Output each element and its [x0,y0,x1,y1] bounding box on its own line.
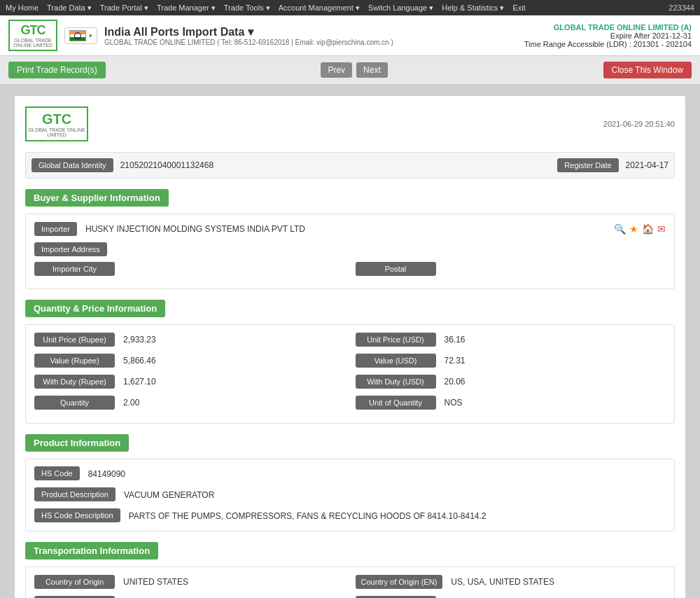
country-of-origin-value: UNITED STATES [120,574,191,590]
postal-value [442,266,447,272]
card-logo-text: GTC [42,111,71,127]
value-usd-pair: Value (USD) 72.31 [356,353,666,368]
nav-items: My Home Trade Data ▾ Trade Portal ▾ Trad… [6,4,526,13]
nav-account-management[interactable]: Account Management ▾ [279,4,360,13]
close-window-button[interactable]: Close This Window [603,62,692,78]
quantity-price-section: Quantity & Price Information Unit Price … [25,300,675,424]
indian-port-pair: Indian Port Name CHENNAI AIR CARGO ACC (… [34,595,345,598]
city-postal-row: Importer City Postal [34,262,666,276]
country-of-origin-pair: Country of Origin UNITED STATES [34,574,345,590]
toolbar-left: Print Trade Record(s) [8,62,106,78]
quantity-pair: Quantity 2.00 [34,395,345,410]
star-icon[interactable]: ★ [629,223,638,235]
importer-address-label: Importer Address [34,242,107,256]
port-be-row: Indian Port Name CHENNAI AIR CARGO ACC (… [34,595,666,598]
value-rupee-value: 5,866.46 [120,353,159,368]
hs-code-label: HS Code [34,466,80,480]
nav-trade-manager[interactable]: Trade Manager ▾ [157,4,216,13]
unit-price-rupee-pair: Unit Price (Rupee) 2,933.23 [34,332,345,347]
nav-trade-portal[interactable]: Trade Portal ▾ [100,4,148,13]
postal-pair: Postal [356,262,666,276]
unit-price-rupee-value: 2,933.23 [120,332,159,347]
nav-trade-data[interactable]: Trade Data ▾ [47,4,92,13]
register-date-value: 2021-04-17 [626,160,668,170]
importer-icons: 🔍 ★ 🏠 ✉ [614,223,666,235]
unit-price-rupee-label: Unit Price (Rupee) [34,333,115,347]
with-duty-rupee-value: 1,627.10 [120,374,159,389]
page-title-section: India All Ports Import Data ▾ GLOBAL TRA… [104,25,393,46]
with-duty-rupee-label: With Duty (Rupee) [34,375,115,389]
page-header: GTC GLOBAL TRADE ONLINE LIMITED ▾ India … [0,15,700,56]
header-left-section: GTC GLOBAL TRADE ONLINE LIMITED ▾ India … [8,20,393,51]
product-description-row: Product Description VACUUM GENERATOR [34,487,666,503]
quantity-value: 2.00 [120,395,142,410]
be-number-pair: BE Number 6352314 [356,595,666,598]
transportation-section: Transportation Information Country of Or… [25,542,675,598]
importer-label: Importer [34,222,77,236]
product-body: HS Code 84149090 Product Description VAC… [25,459,675,531]
quantity-label: Quantity [34,396,115,410]
main-content: GTC GLOBAL TRADE ONLINE LIMITED 2021-06-… [0,85,700,598]
value-rupee-pair: Value (Rupee) 5,866.46 [34,353,345,368]
country-of-origin-en-pair: Country of Origin (EN) US, USA, UNITED S… [356,574,666,590]
product-description-label: Product Description [34,487,115,501]
postal-label: Postal [356,262,436,276]
product-header: Product Information [25,434,129,452]
hs-code-row: HS Code 84149090 [34,466,666,482]
card-header: GTC GLOBAL TRADE ONLINE LIMITED 2021-06-… [25,106,675,141]
value-usd-label: Value (USD) [356,354,436,368]
importer-city-value [120,266,126,272]
hs-code-description-label: HS Code Description [34,508,120,522]
time-range: Time Range Accessible (LDR) : 201301 - 2… [524,40,692,48]
unit-price-usd-label: Unit Price (USD) [356,333,436,347]
quantity-row: Quantity 2.00 Unit of Quantity NOS [34,395,666,410]
top-navigation: My Home Trade Data ▾ Trade Portal ▾ Trad… [0,0,700,15]
importer-row: Importer HUSKY INJECTION MOLDING SYSTEMS… [34,221,666,237]
nav-trade-tools[interactable]: Trade Tools ▾ [224,4,270,13]
next-button[interactable]: Next [356,62,388,78]
nav-help-statistics[interactable]: Help & Statistics ▾ [442,4,504,13]
with-duty-row: With Duty (Rupee) 1,627.10 With Duty (US… [34,374,666,389]
flag-selector[interactable]: ▾ [64,27,97,44]
buyer-supplier-header: Buyer & Supplier Information [25,189,169,207]
expire-date: Expire After 2021-12-31 [524,32,692,40]
print-button[interactable]: Print Trade Record(s) [8,62,106,78]
importer-city-label: Importer City [34,262,115,276]
country-of-origin-label: Country of Origin [34,575,115,589]
card-logo: GTC GLOBAL TRADE ONLINE LIMITED [25,106,88,141]
pagination-buttons: Prev Next [321,62,387,78]
logo-subtitle: GLOBAL TRADE ONLINE LIMITED [10,38,56,48]
product-description-value: VACUUM GENERATOR [121,487,217,503]
value-rupee-label: Value (Rupee) [34,354,115,368]
global-data-identity-label: Global Data Identity [31,158,113,172]
hs-code-description-value: PARTS OF THE PUMPS, COMPRESSORS, FANS & … [126,508,489,524]
prev-button[interactable]: Prev [321,62,352,78]
nav-switch-language[interactable]: Switch Language ▾ [368,4,433,13]
record-card: GTC GLOBAL TRADE ONLINE LIMITED 2021-06-… [14,95,686,598]
identity-row: Global Data Identity 2105202104000113246… [25,152,675,179]
unit-of-quantity-pair: Unit of Quantity NOS [356,395,666,410]
value-usd-value: 72.31 [442,353,468,368]
chevron-down-icon: ▾ [89,32,92,39]
unit-of-quantity-label: Unit of Quantity [356,396,436,410]
top-toolbar: Print Trade Record(s) Prev Next Close Th… [0,56,700,85]
record-timestamp: 2021-06-29 20:51:40 [603,120,675,128]
indian-port-value: CHENNAI AIR CARGO ACC (INMAA4) [120,595,272,598]
hs-code-description-row: HS Code Description PARTS OF THE PUMPS, … [34,508,666,524]
header-right-section: GLOBAL TRADE ONLINE LIMITED (A) Expire A… [524,23,692,48]
nav-my-home[interactable]: My Home [6,4,38,13]
value-row: Value (Rupee) 5,866.46 Value (USD) 72.31 [34,353,666,368]
register-date-label: Register Date [557,158,618,172]
hs-code-value: 84149090 [85,466,666,482]
nav-exit[interactable]: Exit [512,4,525,13]
with-duty-usd-label: With Duty (USD) [356,375,436,389]
search-icon[interactable]: 🔍 [614,223,626,235]
logo: GTC GLOBAL TRADE ONLINE LIMITED [8,20,57,51]
with-duty-usd-pair: With Duty (USD) 20.06 [356,374,666,389]
home-icon[interactable]: 🏠 [642,223,654,235]
transportation-header: Transportation Information [25,542,158,559]
mail-icon[interactable]: ✉ [657,223,666,235]
importer-value: HUSKY INJECTION MOLDING SYSTEMS INDIA PV… [83,221,608,237]
unit-price-usd-pair: Unit Price (USD) 36.16 [356,332,666,347]
page-title: India All Ports Import Data ▾ [104,25,393,39]
